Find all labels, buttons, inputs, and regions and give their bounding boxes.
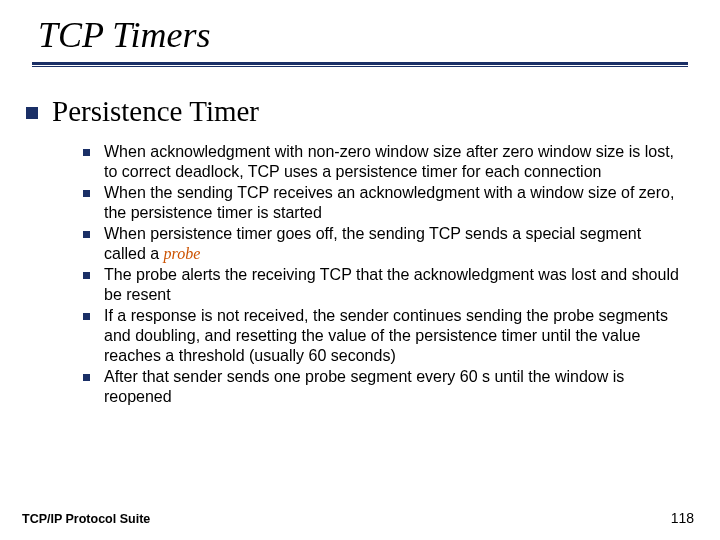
square-bullet-icon [83,374,90,381]
list-item-text: If a response is not received, the sende… [104,306,686,366]
level1-item: Persistence Timer [30,95,690,128]
square-bullet-icon [83,231,90,238]
square-bullet-icon [26,107,38,119]
list-item-text: When acknowledgment with non-zero window… [104,142,686,182]
square-bullet-icon [83,190,90,197]
list-item-text: After that sender sends one probe segmen… [104,367,686,407]
list-item: After that sender sends one probe segmen… [83,367,686,407]
page-number: 118 [671,510,694,526]
list-item: When acknowledgment with non-zero window… [83,142,686,182]
list-item-text: When the sending TCP receives an acknowl… [104,183,686,223]
title-divider [32,62,688,67]
square-bullet-icon [83,313,90,320]
square-bullet-icon [83,272,90,279]
slide-footer: TCP/IP Protocol Suite 118 [22,510,694,526]
list-item: If a response is not received, the sende… [83,306,686,366]
level1-text: Persistence Timer [52,95,259,128]
list-item: The probe alerts the receiving TCP that … [83,265,686,305]
list-item: When the sending TCP receives an acknowl… [83,183,686,223]
list-item: When persistence timer goes off, the sen… [83,224,686,264]
slide-title: TCP Timers [30,14,690,56]
list-item-text: When persistence timer goes off, the sen… [104,224,686,264]
level2-list: When acknowledgment with non-zero window… [83,142,686,407]
footer-left-text: TCP/IP Protocol Suite [22,512,150,526]
list-item-text: The probe alerts the receiving TCP that … [104,265,686,305]
probe-emphasis: probe [164,245,201,262]
square-bullet-icon [83,149,90,156]
